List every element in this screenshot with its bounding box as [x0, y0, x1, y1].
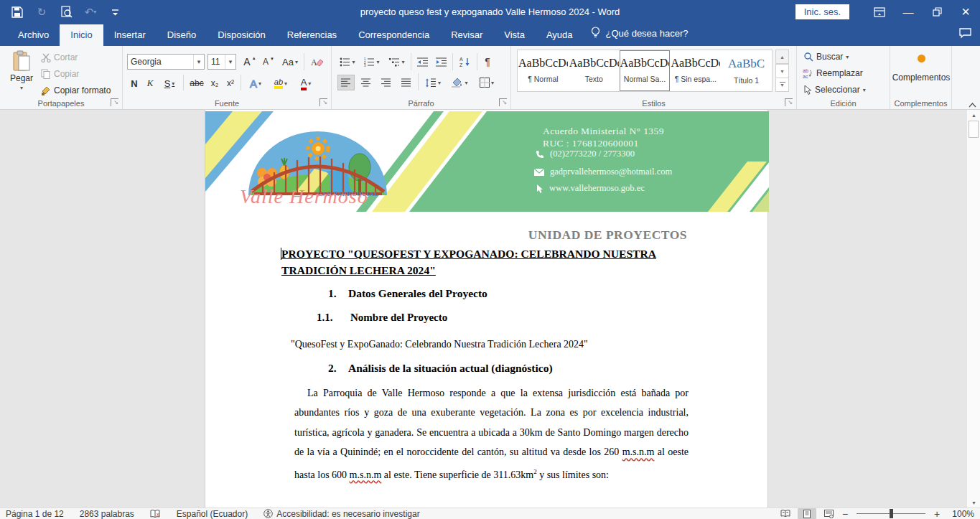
scroll-down-icon[interactable]: ▼ — [967, 497, 980, 508]
proofing-status-icon[interactable]: x — [150, 510, 161, 518]
select-button[interactable]: Seleccionar▾ — [804, 85, 866, 95]
sign-in-button[interactable]: Inic. ses. — [795, 4, 849, 19]
zoom-out-button[interactable]: − — [841, 508, 849, 519]
close-button[interactable]: × — [951, 0, 980, 24]
subscript-button[interactable]: x₂ — [207, 75, 222, 91]
word-count[interactable]: 2863 palabras — [80, 509, 134, 519]
font-name-dropdown-icon[interactable]: ▾ — [193, 55, 204, 69]
style-texto[interactable]: AaBbCcDc Texto — [569, 50, 620, 91]
tab-archivo[interactable]: Archivo — [7, 24, 60, 46]
format-painter-button[interactable]: Copiar formato — [41, 85, 111, 95]
print-layout-button[interactable] — [798, 508, 816, 519]
increase-indent-button[interactable] — [434, 54, 449, 70]
zoom-in-button[interactable]: + — [933, 508, 941, 519]
find-button[interactable]: Buscar▾ — [804, 52, 849, 62]
cut-button[interactable]: Cortar — [41, 52, 78, 62]
redo-icon[interactable]: ↻ — [34, 5, 49, 19]
italic-button[interactable]: K — [144, 75, 156, 91]
show-marks-button[interactable]: ¶ — [481, 54, 494, 70]
grow-font-button[interactable]: A▲ — [242, 54, 258, 70]
bullets-button[interactable]: ▾ — [337, 54, 358, 70]
style-sin-espaciado[interactable]: AaBbCcDc ¶ Sin espa... — [670, 50, 721, 91]
tab-insertar[interactable]: Insertar — [103, 24, 157, 46]
paragraph-dialog-launcher-icon[interactable]: ↘ — [499, 98, 507, 106]
styles-gallery-expand-icon[interactable]: ▼ — [775, 78, 789, 92]
tell-me-box[interactable]: ¿Qué desea hacer? — [584, 22, 696, 46]
zoom-slider[interactable] — [857, 513, 925, 514]
replace-button[interactable]: abac Reemplazar — [803, 68, 863, 78]
minimize-button[interactable]: — — [894, 0, 923, 24]
zoom-level[interactable]: 100% — [947, 509, 974, 519]
sort-button[interactable]: AZ — [457, 54, 474, 70]
read-mode-button[interactable] — [776, 508, 795, 519]
line-spacing-button[interactable]: ▾ — [422, 75, 444, 90]
zoom-slider-thumb[interactable] — [890, 509, 893, 518]
highlight-dropdown-icon[interactable]: ▾ — [284, 80, 287, 87]
styles-scroll-down-icon[interactable]: ▼ — [775, 64, 789, 78]
scrollbar-thumb[interactable] — [969, 121, 979, 138]
styles-dialog-launcher-icon[interactable]: ↘ — [785, 98, 793, 106]
tab-vista[interactable]: Vista — [493, 24, 536, 46]
tab-inicio[interactable]: Inicio — [60, 24, 103, 46]
borders-button[interactable]: ▾ — [475, 75, 498, 90]
paste-dropdown-icon[interactable]: ▾ — [20, 85, 23, 91]
addins-button[interactable]: Complementos — [890, 55, 952, 83]
numbering-button[interactable]: 123 ▾ — [362, 54, 382, 70]
superscript-button[interactable]: x² — [223, 75, 238, 91]
web-layout-button[interactable] — [819, 508, 838, 519]
underline-button[interactable]: S▾ — [160, 75, 179, 91]
tab-referencias[interactable]: Referencias — [276, 24, 347, 46]
decrease-indent-button[interactable] — [415, 54, 431, 70]
vertical-scrollbar[interactable]: ▲ ▼ — [966, 110, 980, 508]
tab-disposicion[interactable]: Disposición — [207, 24, 276, 46]
page-indicator[interactable]: Página 1 de 12 — [6, 509, 64, 519]
shading-button[interactable]: ▾ — [448, 75, 471, 90]
font-size-dropdown-icon[interactable]: ▾ — [225, 55, 235, 69]
language-indicator[interactable]: Español (Ecuador) — [177, 509, 248, 519]
strikethrough-button[interactable]: abc — [187, 75, 206, 91]
justify-button[interactable] — [398, 75, 415, 90]
highlight-button[interactable]: ab▾ — [269, 75, 292, 91]
tab-correspondencia[interactable]: Correspondencia — [347, 24, 440, 46]
paste-button[interactable]: Pegar ▾ — [7, 50, 36, 91]
accessibility-status[interactable]: Accesibilidad: es necesario investigar — [263, 509, 419, 519]
align-center-button[interactable] — [358, 75, 375, 90]
collapse-ribbon-icon[interactable] — [967, 100, 977, 109]
text-effects-dropdown-icon[interactable]: ▾ — [258, 80, 261, 87]
font-size-combo[interactable]: 11▾ — [207, 54, 236, 70]
font-dialog-launcher-icon[interactable]: ↘ — [319, 98, 327, 106]
customize-qat-icon[interactable] — [108, 5, 122, 19]
find-dropdown-icon[interactable]: ▾ — [846, 54, 849, 60]
shrink-font-button[interactable]: A▼ — [261, 54, 276, 70]
restore-button[interactable] — [923, 0, 951, 24]
undo-icon[interactable]: ↶▾ — [83, 5, 98, 19]
font-color-dropdown-icon[interactable]: ▾ — [308, 80, 311, 87]
styles-scroll-up-icon[interactable]: ▲ — [775, 50, 789, 64]
font-color-button[interactable]: A▾ — [295, 75, 317, 91]
align-right-button[interactable] — [378, 75, 395, 90]
align-left-button[interactable] — [337, 75, 355, 90]
tab-ayuda[interactable]: Ayuda — [536, 24, 584, 46]
style-titulo-1[interactable]: AaBbC Título 1 — [721, 50, 772, 91]
style-normal[interactable]: AaBbCcDc ¶ Normal — [518, 50, 569, 91]
comments-icon[interactable] — [959, 28, 971, 42]
copy-button[interactable]: Copiar — [41, 69, 79, 79]
underline-dropdown-icon[interactable]: ▾ — [172, 80, 174, 87]
tab-revisar[interactable]: Revisar — [440, 24, 493, 46]
save-icon[interactable] — [10, 5, 24, 19]
scroll-up-icon[interactable]: ▲ — [967, 110, 980, 120]
document-page[interactable]: GAD PARROQUIAL Valle Hermoso Acuerdo Min… — [205, 110, 768, 508]
clear-formatting-button[interactable]: A — [308, 54, 327, 70]
multilevel-list-button[interactable]: ▾ — [386, 54, 408, 70]
tab-diseno[interactable]: Diseño — [157, 24, 207, 46]
text-effects-button[interactable]: A▾ — [245, 75, 266, 91]
undo-dropdown-icon[interactable]: ▾ — [93, 9, 96, 15]
style-normal-sa-selected[interactable]: AaBbCcDc Normal Sa... — [620, 50, 671, 91]
clipboard-dialog-launcher-icon[interactable]: ↘ — [111, 98, 118, 106]
bold-button[interactable]: N — [129, 75, 140, 91]
font-name-combo[interactable]: Georgia▾ — [127, 54, 205, 70]
ribbon-display-options-icon[interactable] — [865, 0, 894, 24]
change-case-button[interactable]: Aa▾ — [279, 54, 301, 70]
select-dropdown-icon[interactable]: ▾ — [863, 87, 866, 93]
print-preview-icon[interactable] — [59, 5, 73, 19]
